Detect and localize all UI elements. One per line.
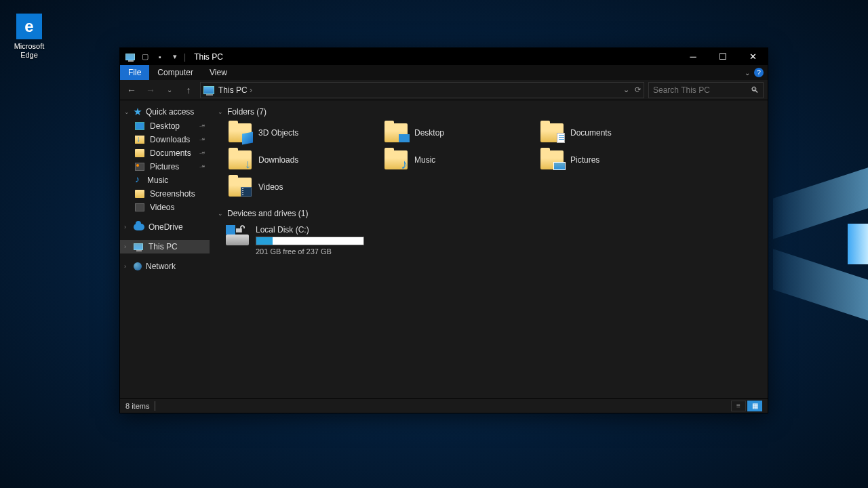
search-input[interactable]: Search This PC 🔍︎ — [648, 82, 764, 98]
music-icon — [135, 176, 142, 185]
folder-downloads[interactable]: ↓Downloads — [226, 148, 382, 172]
titlebar[interactable]: ▢ ▪ ▾ | This PC ─ ☐ ✕ — [120, 48, 768, 65]
folder-desktop[interactable]: Desktop — [382, 121, 538, 145]
videos-icon — [135, 203, 144, 211]
explorer-app-icon[interactable] — [124, 51, 136, 63]
breadcrumb[interactable]: This PC — [218, 85, 252, 95]
folder-music[interactable]: ♪Music — [382, 148, 538, 172]
folder-icon — [229, 123, 252, 142]
item-label: Downloads — [258, 155, 298, 165]
folder-icon: ↓ — [229, 150, 252, 169]
pin-icon: 📌︎ — [198, 148, 207, 157]
qa-new-folder-icon[interactable]: ▪ — [154, 51, 166, 63]
pin-icon: 📌︎ — [198, 121, 207, 130]
nav-label: Network — [146, 262, 176, 271]
ribbon-tab-computer[interactable]: Computer — [149, 65, 201, 80]
nav-item-desktop[interactable]: Desktop📌︎ — [120, 119, 210, 133]
minimize-button[interactable]: ─ — [678, 48, 708, 65]
ribbon-collapse-icon[interactable]: ⌄ — [745, 69, 750, 77]
content-pane: ⌄Folders (7) 3D Objects Desktop Document… — [210, 100, 768, 398]
nav-recent-dropdown[interactable]: ⌄ — [162, 83, 177, 98]
qa-customize-dropdown[interactable]: ▾ — [169, 51, 181, 63]
desktop-icon-edge[interactable]: e Microsoft Edge — [9, 14, 50, 60]
file-explorer-window: ▢ ▪ ▾ | This PC ─ ☐ ✕ File Computer View… — [119, 47, 768, 413]
nav-onedrive[interactable]: ›OneDrive — [120, 220, 210, 235]
status-bar: 8 items ≡ ▦ — [120, 398, 768, 413]
group-header-folders[interactable]: ⌄Folders (7) — [210, 106, 768, 121]
qa-properties-icon[interactable]: ▢ — [139, 51, 151, 63]
folder-pictures[interactable]: Pictures — [538, 148, 694, 172]
address-history-dropdown[interactable]: ⌄ — [623, 85, 629, 94]
close-button[interactable]: ✕ — [738, 48, 768, 65]
desktop-icon-label: Edge — [9, 51, 50, 60]
nav-item-downloads[interactable]: Downloads📌︎ — [120, 133, 210, 146]
wallpaper-light — [766, 129, 868, 359]
item-label: Pictures — [570, 155, 599, 165]
folder-icon — [540, 150, 564, 169]
nav-network[interactable]: ›Network — [120, 259, 210, 274]
group-label: Folders (7) — [227, 107, 267, 117]
nav-item-screenshots[interactable]: Screenshots — [120, 187, 210, 201]
pictures-icon — [135, 163, 144, 171]
item-label: 3D Objects — [258, 128, 298, 138]
nav-item-pictures[interactable]: Pictures📌︎ — [120, 160, 210, 174]
folder-icon — [229, 178, 252, 197]
group-header-drives[interactable]: ⌄Devices and drives (1) — [210, 207, 768, 222]
pin-icon: 📌︎ — [198, 135, 207, 144]
lock-icon: 🔓︎ — [236, 224, 245, 235]
item-label: Desktop — [414, 128, 444, 138]
nav-item-music[interactable]: Music — [120, 174, 210, 187]
pc-icon — [134, 243, 143, 250]
nav-quick-access[interactable]: ⌄Quick access — [120, 104, 210, 119]
item-label: Videos — [258, 182, 283, 192]
star-icon — [134, 108, 142, 116]
nav-label: Screenshots — [150, 189, 195, 199]
nav-label: Documents — [150, 148, 191, 158]
ribbon-tab-view[interactable]: View — [201, 65, 235, 80]
folder-videos[interactable]: Videos — [226, 175, 382, 199]
nav-label: Pictures — [150, 162, 179, 171]
nav-up-button[interactable]: ↑ — [181, 83, 196, 98]
nav-forward-button[interactable]: → — [143, 83, 158, 98]
desktop-icon-label: Microsoft — [9, 42, 50, 51]
ribbon: File Computer View ⌄ ? — [120, 65, 768, 80]
pin-icon: 📌︎ — [198, 162, 207, 171]
maximize-button[interactable]: ☐ — [708, 48, 738, 65]
refresh-button[interactable]: ⟳ — [635, 85, 641, 94]
downloads-icon — [135, 136, 144, 144]
edge-icon: e — [16, 14, 42, 39]
navigation-pane: ⌄Quick access Desktop📌︎ Downloads📌︎ Docu… — [120, 100, 210, 398]
view-details-button[interactable]: ≡ — [731, 401, 746, 411]
nav-label: Downloads — [150, 135, 190, 144]
nav-label: OneDrive — [149, 222, 183, 232]
help-icon[interactable]: ? — [754, 68, 764, 77]
view-tiles-button[interactable]: ▦ — [747, 401, 762, 411]
cloud-icon — [134, 224, 144, 230]
folder-3d-objects[interactable]: 3D Objects — [226, 121, 382, 145]
nav-back-button[interactable]: ← — [124, 83, 139, 98]
status-separator — [155, 401, 155, 411]
status-item-count: 8 items — [125, 402, 149, 410]
nav-this-pc[interactable]: ›This PC — [120, 240, 210, 253]
nav-label: This PC — [149, 242, 178, 251]
folder-icon — [384, 123, 408, 142]
folder-icon: ♪ — [384, 150, 408, 169]
nav-item-videos[interactable]: Videos — [120, 201, 210, 214]
nav-item-documents[interactable]: Documents📌︎ — [120, 146, 210, 160]
folder-documents[interactable]: Documents — [538, 121, 694, 145]
item-label: Documents — [570, 128, 612, 138]
drive-local-c[interactable]: 🔓︎ Local Disk (C:) 201 GB free of 237 GB — [210, 222, 768, 258]
group-label: Devices and drives (1) — [227, 209, 308, 218]
nav-label: Music — [147, 176, 168, 185]
network-icon — [134, 262, 142, 270]
desktop-icon — [135, 122, 144, 130]
drive-free-text: 201 GB free of 237 GB — [256, 247, 364, 256]
address-bar-row: ← → ⌄ ↑ This PC ⌄ ⟳ Search This PC 🔍︎ — [120, 80, 768, 100]
window-title: This PC — [194, 52, 223, 62]
ribbon-tab-file[interactable]: File — [120, 65, 149, 80]
address-bar[interactable]: This PC ⌄ ⟳ — [200, 82, 644, 98]
nav-label: Desktop — [150, 121, 180, 131]
drive-name: Local Disk (C:) — [256, 225, 364, 235]
search-icon[interactable]: 🔍︎ — [751, 85, 759, 95]
nav-label: Videos — [150, 203, 174, 212]
